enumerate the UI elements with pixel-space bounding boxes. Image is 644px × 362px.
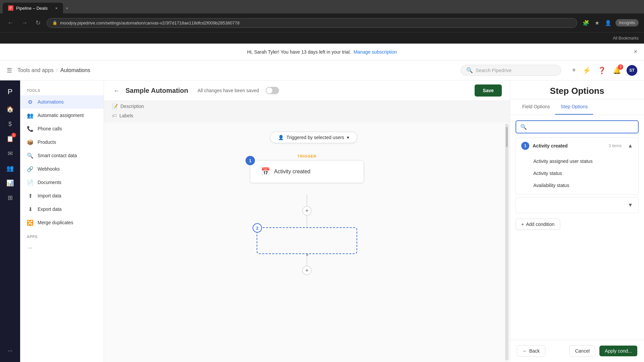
back-button[interactable]: ← (5, 17, 15, 28)
manage-subscription-link[interactable]: Manage subscription (354, 49, 397, 55)
sidebar-item-automations[interactable]: ⚙ Automations (20, 95, 104, 109)
main-content: ← Sample Automation All changes have bee… (104, 80, 510, 362)
profile-button[interactable]: 👤 (603, 18, 613, 27)
bookmark-button[interactable]: ★ (593, 18, 601, 27)
trigger-node: 1 📅 Activity created (250, 160, 364, 183)
address-bar[interactable]: 🔒 moodjoy.pipedrive.com/settings/automat… (47, 18, 577, 28)
automation-title: Sample Automation (125, 87, 188, 95)
add-condition-button[interactable]: + Add condition (516, 219, 560, 230)
sidebar-phone-calls-label: Phone calls (38, 126, 62, 131)
forward-button[interactable]: → (19, 17, 30, 28)
help-button[interactable]: ❓ (596, 65, 607, 76)
reports-icon[interactable]: 📊 (4, 177, 16, 189)
tab-close-button[interactable]: × (55, 6, 58, 11)
automation-back-button[interactable]: ← (112, 85, 121, 96)
trigger-label: TRIGGER (250, 154, 364, 158)
apply-condition-button[interactable]: Apply cond... (599, 346, 637, 356)
dropdown-number: 1 (521, 142, 529, 150)
browser-tabs: P Pipeline – Deals × + (0, 0, 644, 13)
automations-icon: ⚙ (27, 99, 34, 105)
documents-icon: 📄 (27, 179, 34, 186)
step2-wrapper: 2 (257, 227, 357, 254)
add-step-button-1[interactable]: + (302, 206, 312, 216)
products-icon: 📦 (27, 139, 34, 145)
add-button[interactable]: + (571, 65, 577, 75)
option-availability-status[interactable]: Availability status (516, 179, 638, 191)
leads-badge: 1 (11, 133, 16, 137)
active-tab[interactable]: P Pipeline – Deals × (3, 3, 63, 13)
sidebar-item-webhooks[interactable]: 🔗 Webhooks (20, 162, 104, 176)
second-condition-row[interactable]: ▼ (516, 197, 639, 213)
sidebar-item-import-data[interactable]: ⬆ Import data (20, 189, 104, 202)
tab-favicon: P (8, 5, 13, 11)
sidebar-item-export-data[interactable]: ⬇ Export data (20, 202, 104, 216)
sidebar-item-merge-duplicates[interactable]: 🔀 Merge duplicates (20, 216, 104, 229)
bookmarks-bar: All Bookmarks (0, 32, 644, 44)
dropdown-expand-icon[interactable]: ▲ (628, 143, 633, 149)
search-input[interactable] (476, 68, 555, 73)
search-bar[interactable]: 🔍 (461, 65, 561, 76)
user-avatar[interactable]: ST (627, 65, 637, 76)
sidebar-item-phone-calls[interactable]: 📞 Phone calls (20, 122, 104, 135)
add-condition-label: Add condition (526, 222, 554, 227)
add-step-button-2[interactable]: + (302, 266, 312, 275)
new-tab-button[interactable]: + (63, 3, 71, 13)
nav-actions: + ⚡ ❓ 🔔 9 ST (571, 65, 637, 76)
tab-field-options[interactable]: Field Options (517, 99, 555, 115)
option-activity-assigned-user-status[interactable]: Activity assigned user status (516, 155, 638, 167)
mail-icon[interactable]: ✉ (4, 147, 16, 160)
canvas-scrollbar[interactable] (505, 124, 508, 361)
notification-button[interactable]: 🔔 9 (611, 65, 623, 76)
contacts-icon[interactable]: 👥 (4, 162, 16, 174)
panel-back-button[interactable]: ← Back (517, 345, 545, 357)
panel-content: 🔍 🗑 1 Activity created 3 items ▲ Activit… (510, 115, 644, 340)
refresh-button[interactable]: ↻ (34, 17, 43, 28)
panel-search-input[interactable] (530, 124, 634, 130)
trigger-node-icon: 📅 (261, 167, 270, 176)
home-icon[interactable]: 🏠 (4, 103, 16, 115)
option-activity-status[interactable]: Activity status (516, 167, 638, 179)
phone-calls-icon: 📞 (27, 125, 34, 132)
save-button[interactable]: Save (475, 84, 502, 97)
sidebar-smart-contact-label: Smart contact data (38, 153, 77, 158)
grid-icon[interactable]: ⊞ (4, 192, 16, 204)
dropdown-options: Activity assigned user status Activity s… (516, 154, 638, 194)
tab-step-options[interactable]: Step Options (555, 99, 593, 115)
trigger-chevron-icon: ▾ (347, 135, 349, 140)
import-icon: ⬆ (27, 192, 34, 199)
menu-button[interactable]: ☰ (7, 67, 12, 74)
sidebar-item-smart-contact[interactable]: 🔍 Smart contact data (20, 149, 104, 162)
scrollbar-thumb (506, 127, 508, 147)
breadcrumb-parent[interactable]: Tools and apps (17, 67, 54, 73)
dropdown-items-count: 3 items (608, 143, 622, 148)
leads-icon[interactable]: 📋 1 (4, 133, 16, 145)
description-icon: 📝 (112, 104, 118, 109)
breadcrumb-separator: / (56, 67, 58, 73)
sidebar-item-automatic-assignment[interactable]: 👥 Automatic assignment (20, 109, 104, 122)
sidebar-item-documents[interactable]: 📄 Documents (20, 176, 104, 189)
sidebar-products-label: Products (38, 139, 56, 145)
banner-close-button[interactable]: × (634, 48, 637, 55)
empty-node[interactable]: 2 (257, 227, 357, 254)
sidebar-item-products[interactable]: 📦 Products (20, 135, 104, 149)
more-icon[interactable]: ··· (4, 345, 16, 357)
panel-search[interactable]: 🔍 (516, 120, 639, 133)
sidebar-export-label: Export data (38, 206, 62, 212)
step1-badge: 1 (246, 156, 255, 165)
apps-more-icon: ··· (27, 245, 34, 251)
dropdown-header[interactable]: 1 Activity created 3 items ▲ (516, 138, 638, 154)
lightning-button[interactable]: ⚡ (581, 65, 592, 76)
extensions-button[interactable]: 🧩 (581, 18, 591, 27)
panel-tabs: Field Options Step Options (510, 99, 644, 115)
sidebar: TOOLS ⚙ Automations 👥 Automatic assignme… (20, 80, 104, 362)
search-icon: 🔍 (466, 67, 473, 73)
active-toggle[interactable] (266, 87, 279, 94)
sidebar-apps-more[interactable]: ··· (20, 241, 104, 255)
cancel-button[interactable]: Cancel (569, 345, 595, 357)
pipedrive-logo[interactable]: P (4, 86, 16, 98)
trigger-pill[interactable]: 👤 Triggered by selected users ▾ (270, 132, 357, 143)
deals-icon[interactable]: $ (4, 118, 16, 130)
automation-header: ← Sample Automation All changes have bee… (104, 80, 510, 101)
address-text: moodjoy.pipedrive.com/settings/automatio… (60, 20, 239, 25)
browser-actions: 🧩 ★ 👤 Incognito (581, 18, 639, 27)
